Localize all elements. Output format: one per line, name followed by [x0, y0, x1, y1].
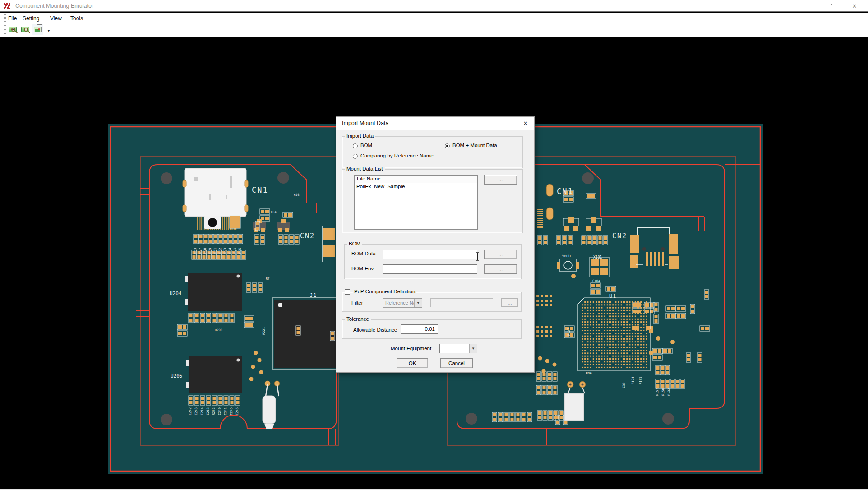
menu-grip[interactable] — [4, 14, 6, 22]
zoom-in-icon: + — [9, 26, 18, 33]
bom-legend: BOM — [347, 241, 362, 246]
filter-browse-button: ... — [501, 298, 518, 307]
menu-view[interactable]: View — [48, 14, 64, 23]
svg-text:R89: R89 — [208, 248, 212, 254]
close-icon: ✕ — [852, 3, 857, 9]
svg-text:C245: C245 — [230, 407, 233, 415]
app-logo-icon — [4, 3, 10, 9]
ok-button[interactable]: OK — [397, 358, 428, 368]
radio-bom-mount-data[interactable] — [445, 143, 450, 148]
tolerance-legend: Tolerance — [345, 316, 371, 322]
zoom-out-button[interactable]: - — [20, 24, 31, 35]
mount-data-browse-button[interactable]: ... — [484, 175, 517, 185]
dialog-close-button[interactable]: ✕ — [520, 119, 531, 129]
silkscreen-label-x101: X101 — [593, 255, 602, 259]
svg-text:C240: C240 — [218, 407, 222, 415]
allowable-distance-input[interactable]: 0.01 — [401, 324, 438, 334]
mount-data-file-list[interactable]: File Name PollEx_New_Sample — [354, 175, 478, 230]
allowable-distance-label: Allowable Distance — [353, 327, 397, 333]
mount-equipment-dropdown[interactable]: ▼ — [439, 344, 477, 353]
silkscreen-label-cn1-left: CN1 — [252, 185, 268, 194]
menu-file[interactable]: File — [6, 14, 18, 23]
silkscreen-label-u1: U1 — [609, 294, 617, 299]
dialog-title-bar[interactable]: Import Mount Data ✕ — [336, 117, 534, 130]
silkscreen-label-cn2-left: CN2 — [300, 232, 315, 240]
mount-data-file-row[interactable]: PollEx_New_Sample — [355, 184, 477, 190]
restore-icon — [831, 4, 835, 8]
radio-bom-mount-data-label[interactable]: BOM + Mount Data — [452, 143, 497, 148]
radio-bom[interactable] — [353, 143, 358, 148]
svg-text:R63: R63 — [194, 248, 197, 254]
zoom-in-button[interactable]: + — [7, 24, 18, 35]
mount-data-list-legend: Mount Data List — [345, 166, 385, 171]
window-close-button[interactable]: ✕ — [845, 0, 864, 12]
zoom-out-icon: - — [21, 26, 30, 33]
pop-component-checkbox[interactable] — [345, 289, 350, 295]
window-title: Component Mounting Emulator — [15, 3, 93, 9]
menu-setting[interactable]: Setting — [21, 14, 41, 23]
svg-text:R150: R150 — [661, 388, 665, 396]
filter-label: Filter — [351, 300, 363, 305]
cancel-button[interactable]: Cancel — [440, 358, 473, 368]
silkscreen-label-u204: U204 — [170, 291, 182, 296]
title-bar: Component Mounting Emulator ✕ — [0, 0, 868, 12]
svg-text:H98: H98 — [203, 248, 207, 254]
svg-text:SW101: SW101 — [562, 254, 571, 258]
svg-text:R32: R32 — [218, 248, 222, 254]
toolbar-grip[interactable] — [4, 25, 6, 36]
svg-text:R132: R132 — [667, 388, 671, 396]
menu-tools[interactable]: Tools — [69, 14, 85, 23]
svg-text:FL1: FL1 — [233, 248, 237, 254]
svg-text:R232: R232 — [212, 407, 216, 415]
import-mount-data-dialog: Import Mount Data ✕ Import Data BOM BOM … — [336, 116, 535, 373]
toolbar: + - ◄ ▼ — [0, 23, 868, 37]
radio-comparing-reference[interactable] — [353, 154, 358, 159]
dropdown-arrow-icon: ▼ — [469, 344, 477, 353]
svg-text:R93: R93 — [294, 193, 300, 197]
svg-text:R97: R97 — [199, 248, 202, 254]
restore-button[interactable] — [823, 0, 843, 12]
radio-comparing-reference-label[interactable]: Comparing by Reference Name — [360, 153, 434, 158]
svg-text:R93: R93 — [223, 248, 227, 254]
svg-text:C214: C214 — [200, 407, 204, 415]
svg-text:C104: C104 — [592, 279, 600, 283]
fit-view-icon: ◄ — [33, 26, 42, 33]
bom-env-label: BOM Env — [351, 266, 374, 271]
silkscreen-label-cn2-right: CN2 — [612, 232, 627, 240]
dropdown-arrow-icon: ▼ — [414, 299, 422, 307]
minimize-button[interactable] — [795, 0, 815, 12]
svg-text:R221: R221 — [262, 327, 266, 335]
fit-view-button[interactable]: ◄ — [32, 24, 43, 35]
silkscreen-label-u205: U205 — [171, 373, 183, 379]
bom-data-browse-button[interactable]: ... — [484, 250, 517, 259]
svg-text:R124: R124 — [631, 377, 635, 384]
bom-env-input[interactable] — [383, 264, 477, 274]
pop-component-label[interactable]: PoP Component Definition — [353, 289, 416, 294]
svg-text:R299: R299 — [215, 328, 222, 332]
svg-text:R7: R7 — [266, 277, 269, 281]
svg-text:R131: R131 — [639, 377, 642, 384]
svg-text:C35: C35 — [622, 382, 626, 388]
svg-text:R85: R85 — [238, 248, 242, 254]
svg-text:C242: C242 — [189, 407, 192, 415]
silkscreen-label-j1: J1 — [310, 293, 317, 298]
mount-equipment-label: Mount Equipment — [391, 346, 431, 351]
svg-text:R157: R157 — [656, 388, 659, 396]
svg-text:C213: C213 — [206, 407, 210, 415]
radio-bom-label[interactable]: BOM — [360, 143, 372, 148]
text-cursor — [476, 252, 480, 261]
bom-env-browse-button[interactable]: ... — [484, 264, 517, 274]
menu-bar: File Setting View Tools — [0, 13, 868, 23]
import-data-legend: Import Data — [345, 133, 375, 139]
toolbar-overflow-caret[interactable]: ▼ — [47, 29, 51, 33]
svg-text:FL4: FL4 — [271, 210, 277, 214]
svg-text:R51: R51 — [213, 248, 217, 254]
silkscreen-label-cn1-right: CN1 — [557, 187, 573, 196]
svg-text:R84: R84 — [228, 248, 232, 254]
svg-text:R127: R127 — [567, 328, 571, 336]
file-name-column-header[interactable]: File Name — [355, 176, 477, 183]
svg-text:C243: C243 — [194, 407, 198, 415]
filter-type-dropdown: Reference Na ▼ — [383, 298, 422, 308]
bom-data-label: BOM Data — [351, 251, 376, 256]
bom-data-input[interactable] — [383, 250, 477, 259]
